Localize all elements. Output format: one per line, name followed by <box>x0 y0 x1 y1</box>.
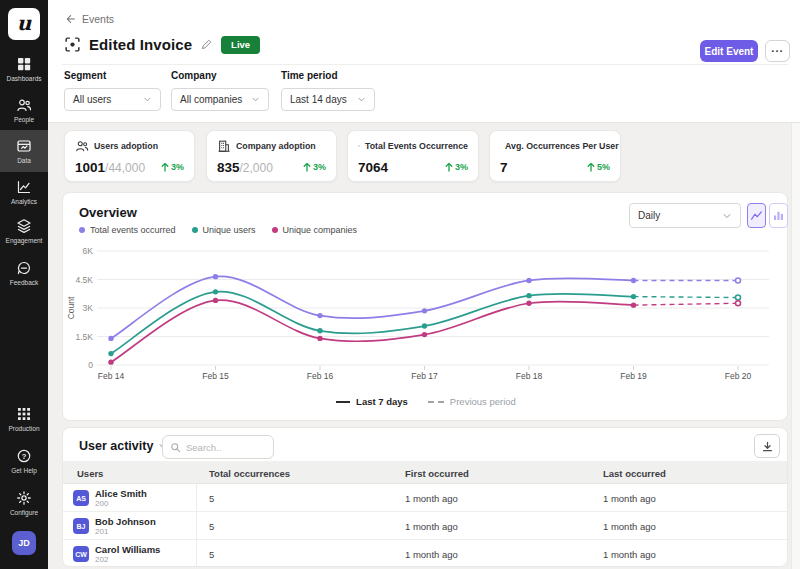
cell-first-occurred: 1 month ago <box>405 493 458 504</box>
stat-card-company-adoption[interactable]: Company adoption 835/2,000 3% <box>206 130 337 182</box>
table-row[interactable]: BJ Bob Johnson 201 5 1 month ago 1 month… <box>63 512 788 540</box>
column-header-last-occurred[interactable]: Last occurred <box>603 468 666 479</box>
edit-event-button[interactable]: Edit Event <box>700 40 758 62</box>
sidebar: u Dashboards People Data Analytics Engag… <box>0 0 48 569</box>
people-icon <box>16 97 32 113</box>
company-select[interactable]: All companies <box>171 88 269 111</box>
user-name[interactable]: Carol Williams <box>95 544 160 555</box>
stat-card-total-events[interactable]: Total Events Occurrence 7064 3% <box>347 130 479 182</box>
dashed-line-sample <box>428 401 444 403</box>
up-arrow-icon <box>303 162 311 172</box>
user-id: 201 <box>95 527 108 536</box>
stat-card-change: 3% <box>161 162 184 172</box>
chart-legend: Total events occurred Unique users Uniqu… <box>79 225 357 235</box>
page-title: Edited Invoice <box>89 36 192 53</box>
data-icon <box>16 138 32 154</box>
svg-text:Feb 15: Feb 15 <box>202 371 229 381</box>
table-row[interactable]: AS Alice Smith 200 5 1 month ago 1 month… <box>63 484 788 512</box>
time-period-select-value: Last 14 days <box>290 94 347 105</box>
stat-card-avg-occurrences[interactable]: Avg. Occurrences Per User 7 5% <box>489 130 621 182</box>
gear-icon <box>16 490 32 506</box>
engagement-icon <box>16 218 32 234</box>
stat-card-change: 5% <box>587 162 610 172</box>
sidebar-item-configure[interactable]: Configure <box>0 490 48 516</box>
time-period-filter-label: Time period <box>281 70 375 81</box>
table-header: Users Total occurrences First occurred L… <box>63 461 788 484</box>
analytics-icon <box>16 179 32 195</box>
overview-panel: Overview Daily Total events occurred Uni… <box>62 192 788 421</box>
page-title-row: Edited Invoice Live <box>64 36 260 54</box>
stat-card-users-adoption[interactable]: Users adoption 1001/44,000 3% <box>64 130 195 182</box>
status-badge-live: Live <box>221 36 260 54</box>
stat-card-value: 7064 <box>358 160 388 175</box>
back-to-events-link[interactable]: Events <box>63 13 114 25</box>
scrollbar[interactable] <box>791 123 800 569</box>
table-row[interactable]: CW Carol Williams 202 5 1 month ago 1 mo… <box>63 540 788 567</box>
app-root: u Dashboards People Data Analytics Engag… <box>0 0 800 569</box>
users-icon <box>75 139 89 153</box>
sidebar-item-get-help[interactable]: ? Get Help <box>0 448 48 474</box>
cell-total-occurrences: 5 <box>209 549 214 560</box>
sidebar-item-data[interactable]: Data <box>0 130 48 172</box>
legend-dot <box>272 227 278 233</box>
legend-item-unique-users[interactable]: Unique users <box>192 225 256 235</box>
svg-text:1.5K: 1.5K <box>76 332 94 342</box>
more-options-button[interactable]: ··· <box>765 40 790 62</box>
stat-card-title: Users adoption <box>94 141 158 151</box>
user-activity-title[interactable]: User activity <box>79 439 168 453</box>
legend-item-total-events[interactable]: Total events occurred <box>79 225 176 235</box>
app-logo[interactable]: u <box>8 8 40 40</box>
svg-text:4.5K: 4.5K <box>76 275 94 285</box>
stat-card-value: 835 <box>217 160 240 175</box>
overview-title: Overview <box>79 205 137 220</box>
sidebar-item-dashboards[interactable]: Dashboards <box>0 56 48 82</box>
sidebar-item-engagement[interactable]: Engagement <box>0 218 48 244</box>
legend-label: Unique users <box>203 225 256 235</box>
legend-item-unique-companies[interactable]: Unique companies <box>272 225 358 235</box>
sidebar-label-engagement: Engagement <box>6 237 43 244</box>
cell-last-occurred: 1 month ago <box>603 521 656 532</box>
stat-card-title: Avg. Occurrences Per User <box>505 141 619 151</box>
svg-text:Feb 20: Feb 20 <box>725 371 752 381</box>
footer-legend-previous-label: Previous period <box>450 396 516 407</box>
line-chart[interactable]: 01.5K3K4.5K6KCountFeb 14Feb 15Feb 16Feb … <box>63 243 789 391</box>
cell-total-occurrences: 5 <box>209 493 214 504</box>
column-header-total-occurrences[interactable]: Total occurrences <box>209 468 290 479</box>
logo-letter: u <box>17 13 32 33</box>
sidebar-item-production[interactable]: Production <box>0 406 48 432</box>
granularity-select-value: Daily <box>638 210 660 221</box>
granularity-select[interactable]: Daily <box>629 203 741 228</box>
svg-text:0: 0 <box>88 360 93 370</box>
download-button[interactable] <box>754 434 780 458</box>
bar-chart-toggle-button[interactable] <box>769 203 788 228</box>
sidebar-label-data: Data <box>17 157 31 164</box>
footer-legend-previous: Previous period <box>428 396 516 407</box>
legend-label: Total events occurred <box>90 225 176 235</box>
user-name[interactable]: Alice Smith <box>95 488 147 499</box>
time-period-select[interactable]: Last 14 days <box>281 88 375 111</box>
filter-company: Company All companies <box>171 70 269 111</box>
sidebar-label-feedback: Feedback <box>10 279 39 286</box>
user-avatar[interactable]: JD <box>12 531 36 555</box>
edit-pencil-icon[interactable] <box>200 38 213 51</box>
stat-card-change: 3% <box>303 162 326 172</box>
sidebar-item-feedback[interactable]: Feedback <box>0 260 48 286</box>
user-id: 202 <box>95 555 108 564</box>
svg-text:Feb 14: Feb 14 <box>98 371 125 381</box>
chevron-down-icon <box>251 95 260 104</box>
segment-select[interactable]: All users <box>64 88 161 111</box>
feedback-icon <box>16 260 32 276</box>
lightning-icon <box>358 139 360 153</box>
column-header-users[interactable]: Users <box>77 468 103 479</box>
user-name[interactable]: Bob Johnson <box>95 516 156 527</box>
line-chart-toggle-button[interactable] <box>747 203 766 228</box>
cell-total-occurrences: 5 <box>209 521 214 532</box>
sidebar-item-people[interactable]: People <box>0 97 48 123</box>
sidebar-item-analytics[interactable]: Analytics <box>0 179 48 205</box>
search-input[interactable] <box>186 442 266 453</box>
svg-text:3K: 3K <box>83 303 94 313</box>
segment-select-value: All users <box>73 94 111 105</box>
column-header-first-occurred[interactable]: First occurred <box>405 468 469 479</box>
stat-card-title: Total Events Occurrence <box>365 141 468 151</box>
user-avatar-initials: AS <box>73 490 89 506</box>
